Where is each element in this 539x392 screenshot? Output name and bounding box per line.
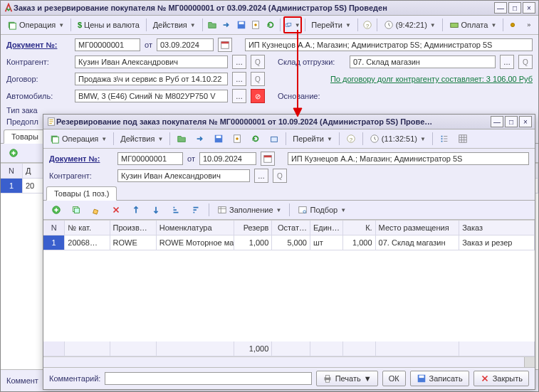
warehouse-field[interactable]: 07. Склад магазин — [350, 55, 496, 68]
ticon-8[interactable] — [454, 131, 471, 147]
action-icon-4[interactable] — [249, 17, 262, 33]
pay-menu[interactable]: Оплата▼ — [446, 17, 501, 33]
action-icon-2[interactable] — [220, 17, 233, 33]
calendar-button[interactable] — [261, 152, 275, 166]
col-res[interactable]: Резерв — [234, 221, 273, 235]
action-icon-1[interactable] — [206, 17, 219, 33]
close-button-action[interactable]: Закрыть — [473, 371, 529, 386]
close-button[interactable]: × — [523, 2, 535, 14]
col-unit[interactable]: Един… — [310, 221, 343, 235]
col-mfr[interactable]: Произв… — [110, 221, 157, 235]
maximize-button[interactable]: □ — [508, 2, 521, 14]
window-reservation: Резервирование под заказ покупателя № МГ… — [43, 114, 535, 390]
doc-date-field[interactable]: 03.09.2024 — [157, 38, 214, 51]
fill-menu[interactable]: Заполнение▼ — [214, 202, 285, 218]
car-select-button[interactable]: … — [232, 89, 246, 103]
refresh-icon — [251, 134, 261, 144]
counterparty-field[interactable]: Кузин Иван Александрович — [75, 55, 228, 68]
clock-icon — [384, 20, 394, 30]
grid-row[interactable]: 1 20068… ROWE ROWE Моторное масло HI… 1,… — [43, 235, 535, 250]
car-field[interactable]: BMW, 3 (E46) Синий № М802УР750 V — [75, 90, 228, 102]
toolbar-order: Операция▼ $ Цены и валюта Действия▼ ▼ Пе… — [1, 16, 538, 35]
car-clear-button[interactable]: ⊘ — [251, 89, 265, 103]
maximize-button[interactable]: □ — [505, 116, 518, 127]
ok-button[interactable]: ОК — [382, 371, 406, 386]
overflow-icon[interactable]: » — [523, 17, 535, 33]
copy-row-button[interactable] — [68, 202, 85, 218]
minimize-button[interactable]: — — [494, 2, 507, 14]
add-row-button[interactable] — [5, 145, 22, 161]
col-k[interactable]: К. — [343, 221, 376, 235]
doc-number-field[interactable]: МГ00000001 — [117, 152, 183, 165]
print-button[interactable]: Печать▼ — [316, 371, 378, 386]
sort-desc-button[interactable] — [187, 202, 204, 218]
svg-point-24 — [236, 137, 239, 140]
operation-menu[interactable]: Операция▼ — [46, 131, 110, 147]
ticon-1[interactable] — [173, 131, 190, 147]
agreement-select-button[interactable]: … — [232, 72, 246, 86]
svg-rect-40 — [325, 380, 329, 383]
delete-row-button[interactable] — [108, 202, 125, 218]
counterparty-select-button[interactable]: … — [254, 169, 268, 183]
time-menu[interactable]: (11:32:51)▼ — [366, 131, 429, 147]
col-cat[interactable]: № кат. — [65, 221, 110, 235]
add-row-button[interactable] — [48, 202, 65, 218]
minimize-button[interactable]: — — [491, 116, 503, 127]
annotation-arrow — [292, 30, 306, 119]
extra-icon-1[interactable] — [506, 17, 519, 33]
help-button[interactable]: ? — [342, 131, 360, 147]
actions-menu[interactable]: Действия▼ — [117, 131, 167, 147]
goto-menu[interactable]: Перейти▼ — [289, 131, 336, 147]
warehouse-select-button[interactable]: … — [500, 55, 514, 69]
col-nom[interactable]: Номенклатура — [157, 221, 234, 235]
ticon-7[interactable] — [436, 131, 453, 147]
counterparty-open-button[interactable]: Q — [251, 55, 265, 69]
agreement-field[interactable]: Продажа з\ч и сервис в Руб от 14.10.22 — [75, 73, 228, 85]
pick-menu[interactable]: Подбор▼ — [294, 202, 350, 218]
col-loc[interactable]: Место размещения — [376, 221, 460, 235]
prices-button[interactable]: $ Цены и валюта — [74, 17, 143, 33]
operation-menu[interactable]: Операция▼ — [4, 17, 68, 33]
tab-goods[interactable]: Товары — [4, 129, 46, 144]
org-field[interactable]: ИП Кузнецов А.А.; Магазин; Администратор… — [288, 152, 529, 165]
form-area-reservation: Документ №: МГ00000001 от 10.09.2024 ИП … — [43, 149, 535, 186]
action-icon-5[interactable] — [263, 17, 276, 33]
time-menu[interactable]: (9:42:21)▼ — [380, 17, 439, 33]
col-ord[interactable]: Заказ — [459, 221, 535, 235]
comment-field[interactable] — [105, 372, 311, 385]
action-icon-3[interactable] — [234, 17, 247, 33]
counterparty-field[interactable]: Кузин Иван Александрович — [117, 169, 250, 182]
tab-goods[interactable]: Товары (1 поз.) — [46, 186, 117, 201]
add-icon — [9, 148, 19, 158]
ticon-6[interactable] — [266, 131, 283, 147]
from-label: от — [187, 154, 195, 163]
ticon-2[interactable] — [192, 131, 209, 147]
close-button[interactable]: × — [519, 116, 532, 127]
ticon-5[interactable] — [247, 131, 264, 147]
counterparty-open-button[interactable]: Q — [273, 169, 287, 183]
ticon-3[interactable] — [210, 131, 227, 147]
org-field[interactable]: ИП Кузнецов А.А.; Магазин; Администратор… — [245, 38, 533, 51]
move-up-button[interactable] — [127, 202, 145, 218]
doc-date-field[interactable]: 10.09.2024 — [199, 152, 256, 165]
calendar-button[interactable] — [218, 38, 232, 52]
svg-rect-11 — [450, 23, 458, 27]
edit-row-button[interactable] — [88, 202, 105, 218]
table-icon — [217, 205, 227, 215]
warehouse-open-button[interactable]: Q — [518, 55, 533, 69]
sort-asc-button[interactable] — [167, 202, 184, 218]
h-scrollbar[interactable] — [524, 357, 535, 367]
doc-number-field[interactable]: МГ00000001 — [75, 38, 140, 51]
ticon-4[interactable] — [229, 131, 246, 147]
col-n[interactable]: N — [43, 221, 65, 235]
help-button[interactable]: ? — [361, 17, 374, 33]
agreement-open-button[interactable]: Q — [251, 72, 265, 86]
save-button[interactable]: Записать — [410, 371, 469, 386]
col-ost[interactable]: Остат… — [272, 221, 310, 235]
counterparty-select-button[interactable]: … — [232, 55, 246, 69]
goto-menu[interactable]: Перейти▼ — [308, 17, 355, 33]
actions-menu[interactable]: Действия▼ — [150, 17, 199, 33]
debt-link[interactable]: По договору долг контрагенту составляет:… — [278, 75, 533, 83]
move-down-button[interactable] — [147, 202, 164, 218]
disk-icon — [417, 374, 427, 383]
